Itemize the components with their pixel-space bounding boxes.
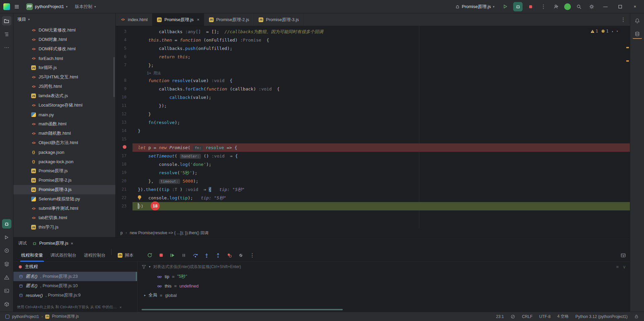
close-icon[interactable]: × bbox=[629, 2, 641, 11]
line-number[interactable]: 11 bbox=[116, 102, 132, 110]
debug-view-tab[interactable]: JS脚本 bbox=[114, 249, 137, 262]
debug-view-tab[interactable]: 调试器控制台 bbox=[47, 249, 80, 262]
inspections-widget[interactable]: 1 1 ▴ ▾ bbox=[588, 28, 621, 34]
line-number[interactable]: 5 bbox=[116, 44, 132, 53]
code-line-8[interactable]: 8 function resolve(value) :void { bbox=[116, 76, 630, 85]
tree-item[interactable]: <>DOM元素修改.html bbox=[13, 25, 115, 35]
notifications-icon[interactable] bbox=[633, 16, 642, 25]
file-encoding[interactable]: UTF-8 bbox=[539, 314, 551, 319]
line-number[interactable] bbox=[116, 143, 132, 152]
breakpoint-icon[interactable] bbox=[123, 145, 126, 149]
code-inlay-row[interactable]: 1+ 用法 bbox=[116, 69, 630, 76]
horizontal-scrollbar[interactable] bbox=[142, 309, 343, 310]
editor-tab[interactable]: <>index.html bbox=[116, 13, 152, 26]
chevron-down-icon[interactable]: ▾ bbox=[28, 18, 30, 21]
main-menu-icon[interactable] bbox=[12, 2, 21, 11]
editor-tab[interactable]: JSPromise原理-2.js bbox=[204, 13, 254, 26]
status-file[interactable]: Promise原理.js bbox=[52, 314, 79, 319]
terminal-icon[interactable] bbox=[2, 286, 11, 296]
chevron-down-icon[interactable]: ▾ bbox=[149, 265, 151, 268]
code-line-4[interactable]: 4 this.then = function (onFulfilled) :Pr… bbox=[116, 36, 630, 44]
line-number[interactable]: 7 bbox=[116, 61, 132, 69]
tree-item[interactable]: JSPromise原理-3.js bbox=[13, 185, 115, 194]
debug-button[interactable] bbox=[513, 2, 523, 11]
line-number[interactable]: 17 bbox=[116, 152, 132, 160]
code-line-21[interactable]: 21}).then((tip :T ) :void ⇒ { tip: "5秒" bbox=[116, 185, 630, 194]
line-number[interactable]: 15 bbox=[116, 135, 132, 143]
tree-item[interactable]: <>forEach.html bbox=[13, 54, 115, 63]
close-icon[interactable]: × bbox=[197, 17, 200, 22]
cursor-position[interactable]: 23:1 bbox=[496, 314, 504, 319]
step-over-icon[interactable] bbox=[192, 252, 199, 259]
close-icon[interactable]: × bbox=[71, 241, 73, 246]
tree-item[interactable]: JSlamda表达式.js bbox=[13, 91, 115, 101]
structure-icon[interactable] bbox=[2, 29, 11, 39]
code-line-13[interactable]: 13 fn(resolve); bbox=[116, 118, 630, 127]
line-number[interactable]: 18 bbox=[116, 160, 132, 169]
code-line-10[interactable]: 10 callback(value); bbox=[116, 93, 630, 102]
editor-tab[interactable]: JSPromise原理.js× bbox=[152, 13, 204, 26]
debug-view-tab[interactable]: 进程控制台 bbox=[80, 249, 109, 262]
interpreter[interactable]: Python 3.12 (pythonProject1) bbox=[576, 314, 628, 319]
tree-item[interactable]: <>math函数.html bbox=[13, 119, 115, 129]
code-line-16[interactable]: let p = new Promise( fn: resolve => { bbox=[116, 143, 630, 152]
evaluate-expression-row[interactable]: ▾ 对表达式求值(Enter)或添加监视(Ctrl+Shift+Enter) ≡… bbox=[138, 262, 630, 272]
tree-item[interactable]: JSfor循环.js bbox=[13, 63, 115, 72]
line-number[interactable]: 23 bbox=[116, 202, 132, 210]
run-button[interactable] bbox=[500, 2, 510, 11]
breadcrumb-item[interactable]: new Promise(resolve => { ...}); }).then(… bbox=[130, 230, 209, 236]
python-packages-icon[interactable] bbox=[2, 300, 11, 309]
code-line-23[interactable]: 23})18 bbox=[116, 202, 630, 210]
next-problem-icon[interactable]: ▾ bbox=[616, 29, 618, 33]
breadcrumb-item[interactable]: p bbox=[120, 231, 123, 235]
filter-icon[interactable] bbox=[142, 264, 146, 269]
tree-item[interactable]: <>submit事件测试.html bbox=[13, 204, 115, 213]
services-icon[interactable] bbox=[2, 259, 11, 269]
tree-item[interactable]: <>tab栏切换.html bbox=[13, 213, 115, 222]
resume-icon[interactable] bbox=[169, 252, 176, 259]
line-number[interactable]: 4 bbox=[116, 36, 132, 44]
stack-frame-row[interactable]: resolve(), Promise原理.js:9 bbox=[13, 291, 137, 300]
line-number[interactable]: 10 bbox=[116, 93, 132, 102]
line-number[interactable]: 20 bbox=[116, 177, 132, 185]
code-line-7[interactable]: 7 }; bbox=[116, 61, 630, 69]
evaluate-placeholder[interactable]: 对表达式求值(Enter)或添加监视(Ctrl+Shift+Enter) bbox=[153, 264, 241, 270]
editor-tab[interactable]: JSPromise原理-3.js bbox=[254, 13, 304, 26]
chevron-right-icon[interactable]: ▸ bbox=[144, 294, 146, 297]
project-selector[interactable]: PP pythonProject1 ▾ bbox=[23, 2, 70, 11]
user-avatar[interactable] bbox=[564, 3, 571, 10]
line-number[interactable]: 13 bbox=[116, 118, 132, 127]
stack-frame-row[interactable]: 匿名(), Promise原理.js:10 bbox=[13, 281, 137, 291]
code-with-me-icon[interactable] bbox=[551, 2, 561, 11]
line-number[interactable]: 9 bbox=[116, 85, 132, 93]
debug-view-tab[interactable]: 线程和变量 bbox=[17, 249, 47, 262]
error-stripe[interactable] bbox=[625, 26, 630, 229]
intention-bulb-icon[interactable] bbox=[137, 195, 142, 200]
code-area[interactable]: 3 callbacks :any[] = []; //callbacks为数组。… bbox=[116, 26, 630, 210]
tree-item[interactable]: main.py bbox=[13, 110, 115, 119]
warning-marker[interactable] bbox=[626, 47, 629, 48]
debug-tool-icon[interactable] bbox=[2, 219, 11, 229]
mute-breakpoints-icon[interactable] bbox=[237, 252, 245, 259]
prev-problem-icon[interactable]: ▴ bbox=[611, 29, 613, 33]
frames-scrollbar[interactable] bbox=[136, 272, 137, 281]
warning-marker[interactable] bbox=[626, 60, 629, 62]
tree-item[interactable]: <>DOM样式修改.html bbox=[13, 44, 115, 54]
code-line-22[interactable]: 22 console.log(tip); tip: "5秒" bbox=[116, 194, 630, 202]
tree-item[interactable]: {}package.json bbox=[13, 147, 115, 157]
step-out-icon[interactable] bbox=[214, 252, 222, 259]
inspection-highlight-icon[interactable] bbox=[511, 314, 515, 319]
tree-item[interactable]: JSthis学习.js bbox=[13, 222, 115, 232]
status-project[interactable]: pythonProject1 bbox=[12, 314, 39, 319]
collapse-icon[interactable]: ∨ bbox=[623, 264, 626, 269]
layout-settings-icon[interactable] bbox=[621, 253, 626, 258]
read-only-lock-icon[interactable] bbox=[634, 314, 639, 319]
stack-frame-row[interactable]: 匿名(), Promise原理.js:23 bbox=[13, 272, 137, 281]
stop-button[interactable] bbox=[526, 2, 535, 11]
code-line-12[interactable]: 12 } bbox=[116, 110, 630, 118]
tree-scrollbar[interactable] bbox=[113, 57, 115, 97]
tree-item[interactable]: <>LocalStorage存储.html bbox=[13, 101, 115, 110]
tree-item[interactable]: JSPromise原理.js bbox=[13, 166, 115, 176]
run-config-selector[interactable]: Promise原理.js ▾ bbox=[452, 2, 497, 11]
tree-item[interactable]: JSPromise原理-2.js bbox=[13, 176, 115, 185]
